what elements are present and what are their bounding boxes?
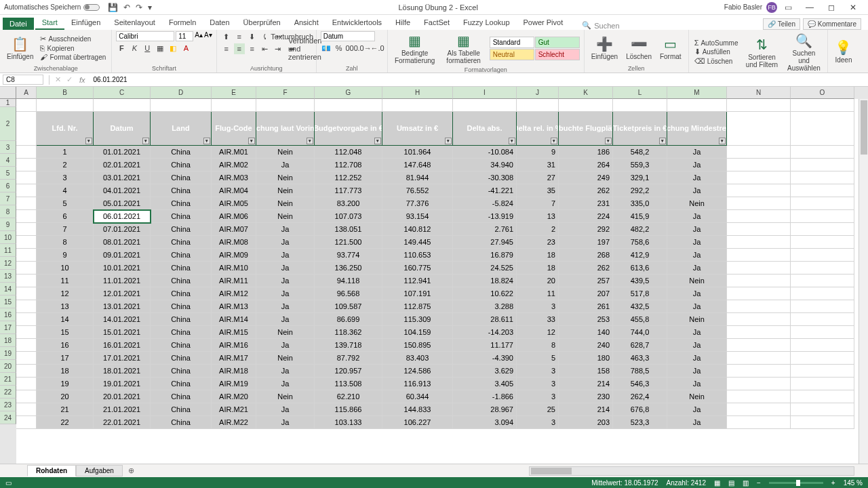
data-cell[interactable]: AIR.M15	[212, 326, 256, 339]
data-cell[interactable]: 197	[559, 236, 613, 249]
data-cell[interactable]: 2	[37, 159, 94, 171]
align-right-icon[interactable]: ≡	[247, 43, 258, 54]
data-cell[interactable]: 13	[517, 210, 559, 223]
data-cell[interactable]: 93.774	[315, 249, 382, 262]
data-cell[interactable]: 158	[559, 365, 613, 378]
data-cell[interactable]: 758,6	[613, 236, 667, 249]
data-cell[interactable]: 13.01.2021	[94, 300, 151, 313]
data-cell[interactable]: Nein	[256, 326, 315, 339]
header-cell[interactable]: Lfd. Nr.▾	[37, 112, 94, 146]
increase-font-icon[interactable]: A▴	[195, 31, 203, 41]
data-cell[interactable]	[791, 300, 854, 313]
column-header-F[interactable]: F	[256, 87, 315, 99]
data-cell[interactable]: Nein	[256, 146, 315, 159]
zoom-level[interactable]: 145 %	[844, 479, 863, 487]
data-cell[interactable]: Nein	[256, 197, 315, 210]
data-cell[interactable]	[727, 403, 791, 416]
data-cell[interactable]: 28.611	[453, 313, 517, 326]
data-cell[interactable]: 16	[37, 339, 94, 352]
data-cell[interactable]: 517,8	[613, 287, 667, 300]
filter-icon[interactable]: ▾	[605, 138, 612, 144]
cell-style-gut[interactable]: Gut	[535, 37, 580, 48]
data-cell[interactable]	[16, 171, 37, 184]
data-cell[interactable]: Nein	[667, 274, 727, 287]
data-cell[interactable]: 139.718	[315, 339, 382, 352]
data-cell[interactable]: 3	[37, 171, 94, 184]
data-cell[interactable]: China	[151, 365, 212, 378]
row-header-9[interactable]: 9	[0, 218, 16, 231]
tab-ansicht[interactable]: Ansicht	[288, 16, 326, 30]
data-cell[interactable]: Ja	[667, 416, 727, 429]
paste-button[interactable]: 📋Einfügen	[4, 35, 36, 62]
view-layout-icon[interactable]: ▤	[728, 479, 734, 487]
row-header-12[interactable]: 12	[0, 257, 16, 270]
data-cell[interactable]: Nein	[256, 184, 315, 197]
tab-fuzzy lookup[interactable]: Fuzzy Lookup	[456, 16, 516, 30]
data-cell[interactable]: 21	[37, 403, 94, 416]
data-cell[interactable]	[791, 274, 854, 287]
tab-einfügen[interactable]: Einfügen	[64, 16, 107, 30]
data-cell[interactable]: China	[151, 146, 212, 159]
data-cell[interactable]: 121.500	[315, 236, 382, 249]
data-cell[interactable]: AIR.M05	[212, 197, 256, 210]
row-header-20[interactable]: 20	[0, 360, 16, 373]
tab-seitenlayout[interactable]: Seitenlayout	[107, 16, 162, 30]
column-header-I[interactable]: I	[453, 87, 517, 99]
filter-icon[interactable]: ▾	[85, 138, 92, 144]
row-header-2[interactable]: 2	[0, 107, 16, 141]
data-cell[interactable]: 559,3	[613, 159, 667, 171]
percent-icon[interactable]: %	[334, 43, 344, 54]
data-cell[interactable]: 7	[517, 197, 559, 210]
row-header-10[interactable]: 10	[0, 231, 16, 244]
data-cell[interactable]: 18.824	[453, 274, 517, 287]
header-cell[interactable]	[16, 112, 37, 146]
data-cell[interactable]: 140.812	[382, 223, 453, 236]
comments-button[interactable]: 💬 Kommentare	[803, 18, 861, 30]
data-cell[interactable]: 05.01.2021	[94, 197, 151, 210]
data-cell[interactable]: 3	[517, 300, 559, 313]
data-cell[interactable]: China	[151, 159, 212, 171]
add-sheet-button[interactable]: ⊕	[123, 465, 140, 476]
save-icon[interactable]: 💾	[108, 3, 118, 12]
select-all-corner[interactable]	[0, 87, 16, 99]
header-cell[interactable]	[727, 112, 791, 146]
data-cell[interactable]: 4	[37, 184, 94, 197]
record-macro-icon[interactable]: ▭	[5, 479, 12, 487]
column-header-D[interactable]: D	[151, 87, 212, 99]
zoom-out-icon[interactable]: −	[757, 479, 761, 487]
tab-file[interactable]: Datei	[3, 18, 34, 30]
sort-filter-button[interactable]: ⇅Sortieren und Filtern	[742, 35, 781, 70]
data-cell[interactable]: 15	[37, 326, 94, 339]
data-cell[interactable]: 12	[517, 326, 559, 339]
cell-style-schlecht[interactable]: Schlecht	[535, 49, 580, 60]
data-cell[interactable]: AIR.M08	[212, 236, 256, 249]
data-cell[interactable]: 10.01.2021	[94, 262, 151, 274]
data-cell[interactable]: Nein	[667, 197, 727, 210]
data-cell[interactable]: 329,1	[613, 171, 667, 184]
row-header-3[interactable]: 3	[0, 141, 16, 154]
data-cell[interactable]	[791, 262, 854, 274]
fill-color-button[interactable]: ◧	[167, 43, 178, 54]
header-cell[interactable]: Delta rel. in %▾	[517, 112, 559, 146]
data-cell[interactable]: AIR.M12	[212, 287, 256, 300]
data-cell[interactable]: 744,0	[613, 326, 667, 339]
header-cell[interactable]: Zielerreichung laut Vorindikation▾	[256, 112, 315, 146]
tab-daten[interactable]: Daten	[203, 16, 236, 30]
maximize-icon[interactable]: ◻	[821, 3, 842, 12]
data-cell[interactable]: Ja	[256, 313, 315, 326]
filter-icon[interactable]: ▾	[203, 138, 210, 144]
data-cell[interactable]: 432,5	[613, 300, 667, 313]
filter-icon[interactable]: ▾	[142, 138, 149, 144]
row-header-15[interactable]: 15	[0, 296, 16, 308]
view-normal-icon[interactable]: ▦	[714, 479, 720, 487]
data-cell[interactable]: 546,3	[613, 378, 667, 390]
data-cell[interactable]: 19.01.2021	[94, 378, 151, 390]
data-cell[interactable]: AIR.M14	[212, 313, 256, 326]
data-cell[interactable]: 112.048	[315, 146, 382, 159]
data-cell[interactable]: -14.203	[453, 326, 517, 339]
format-painter-button[interactable]: 🖌Format übertragen	[39, 53, 107, 61]
data-cell[interactable]: 207	[559, 287, 613, 300]
data-cell[interactable]	[16, 249, 37, 262]
data-cell[interactable]: 8	[37, 236, 94, 249]
data-cell[interactable]: China	[151, 352, 212, 365]
